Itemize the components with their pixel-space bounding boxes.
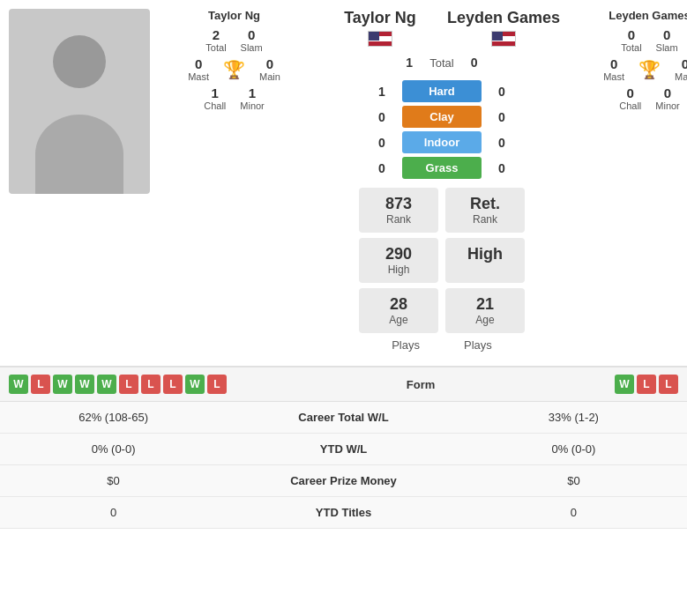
hard-badge: Hard <box>402 80 482 102</box>
p1-indoor-score: 0 <box>369 136 395 150</box>
player1-chall-label: Chall <box>204 100 226 111</box>
player1-stats: Taylor Ng 2 Total 0 Slam 0 Mast 🏆 0 Main <box>157 9 311 352</box>
stat-p2-value: $0 <box>469 474 678 487</box>
player1-total-label: Total <box>205 42 226 53</box>
p2-hard-score: 0 <box>489 85 515 99</box>
p2-clay-score: 0 <box>489 110 515 124</box>
grass-badge: Grass <box>402 157 482 179</box>
player1-minor-value: 1 <box>240 85 265 100</box>
p2-total-score: 0 <box>461 56 488 70</box>
player1-form-badges: WLWWWLLLWL <box>9 375 227 394</box>
stat-p2-value: 0% (0-0) <box>469 442 678 456</box>
stat-label: YTD W/L <box>218 442 469 456</box>
player2-card-name: Leyden Games <box>609 9 687 22</box>
stat-p2-value: 33% (1-2) <box>469 411 678 424</box>
player1-high-label: High <box>370 263 428 276</box>
player2-chall-label: Chall <box>619 100 641 111</box>
form-badge-p2: L <box>659 375 678 394</box>
player1-main-value: 0 <box>259 56 280 71</box>
player2-slam-label: Slam <box>656 42 678 53</box>
player1-minor-label: Minor <box>240 100 265 111</box>
player1-plays-label: Plays <box>392 338 420 352</box>
form-row: WLWWWLLLWL Form WLL <box>0 367 687 402</box>
stat-p1-value: 62% (108-65) <box>9 411 218 424</box>
p1-grass-score: 0 <box>369 161 395 175</box>
player2-minor-label: Minor <box>655 100 680 111</box>
form-badge-p1: L <box>207 375 227 394</box>
trophy-icon-right: 🏆 <box>638 61 661 78</box>
trophy-icon-left: 🏆 <box>223 61 245 78</box>
player2-age-value: 21 <box>456 295 514 314</box>
player2-age-box: 21 Age <box>445 288 525 333</box>
p1-clay-score: 0 <box>369 110 395 124</box>
stat-label: Career Prize Money <box>218 474 469 487</box>
player2-chall-value: 0 <box>619 85 641 100</box>
form-badge-p1: L <box>119 375 138 394</box>
p1-hard-score: 1 <box>369 85 395 99</box>
p2-indoor-score: 0 <box>489 136 515 150</box>
clay-badge: Clay <box>402 106 482 128</box>
player2-rank-box: Ret. Rank <box>445 188 525 233</box>
player1-slam-label: Slam <box>241 42 263 53</box>
player1-age-label: Age <box>370 314 428 326</box>
form-badge-p2: W <box>615 375 634 394</box>
player1-mast-label: Mast <box>188 71 209 82</box>
player2-total-label: Total <box>621 42 641 53</box>
form-badge-p1: W <box>75 375 94 394</box>
total-label: Total <box>429 56 453 70</box>
player2-main-label: Main <box>675 71 687 82</box>
player1-rank-box: 873 Rank <box>359 188 438 233</box>
player2-name: Leyden Games <box>442 9 565 27</box>
indoor-badge: Indoor <box>402 131 482 153</box>
player1-high-value: 290 <box>370 245 428 263</box>
form-badge-p1: L <box>31 375 50 394</box>
form-badge-p1: W <box>53 375 72 394</box>
player1-rank-value: 873 <box>370 195 428 213</box>
form-badge-p1: W <box>185 375 205 394</box>
player2-total-value: 0 <box>621 27 641 42</box>
form-label: Form <box>227 378 615 391</box>
stat-label: YTD Titles <box>218 506 469 519</box>
form-badge-p1: L <box>141 375 161 394</box>
form-badge-p1: W <box>97 375 116 394</box>
stat-p1-value: 0 <box>9 506 218 519</box>
player2-form-badges: WLL <box>615 375 678 394</box>
player2-high-box: High <box>445 238 525 283</box>
player1-age-box: 28 Age <box>359 288 438 333</box>
player1-card-name: Taylor Ng <box>208 9 260 22</box>
stats-row: 62% (108-65) Career Total W/L 33% (1-2) <box>0 402 687 434</box>
stat-p1-value: $0 <box>9 474 218 487</box>
p2-grass-score: 0 <box>489 161 515 175</box>
stats-row: $0 Career Prize Money $0 <box>0 465 687 497</box>
player1-rank-label: Rank <box>370 213 428 226</box>
player1-high-box: 290 High <box>359 238 438 283</box>
player2-slam-value: 0 <box>656 27 678 42</box>
form-badge-p2: L <box>637 375 656 394</box>
player2-stats: Leyden Games 0 Total 0 Slam 0 Mast 🏆 0 M… <box>572 9 687 352</box>
player1-photo <box>9 9 150 194</box>
player2-flag <box>491 31 516 47</box>
player1-slam-value: 0 <box>241 27 263 42</box>
player1-flag <box>368 31 392 47</box>
p1-total-score: 1 <box>396 56 422 70</box>
player2-rank-value: Ret. <box>456 195 514 213</box>
form-badge-p1: L <box>163 375 183 394</box>
player2-plays-label: Plays <box>464 338 492 352</box>
player1-name: Taylor Ng <box>318 9 442 27</box>
player1-main-label: Main <box>259 71 280 82</box>
player2-mast-label: Mast <box>603 71 624 82</box>
player2-mast-value: 0 <box>603 56 624 71</box>
form-badge-p1: W <box>9 375 28 394</box>
player2-rank-label: Rank <box>456 213 514 226</box>
bottom-section: WLWWWLLLWL Form WLL 62% (108-65) Career … <box>0 366 687 529</box>
player2-main-value: 0 <box>675 56 687 71</box>
stats-row: 0% (0-0) YTD W/L 0% (0-0) <box>0 434 687 465</box>
stat-p2-value: 0 <box>469 506 678 519</box>
player2-minor-value: 0 <box>655 85 680 100</box>
player2-age-label: Age <box>456 314 514 326</box>
player1-mast-value: 0 <box>188 56 209 71</box>
stat-label: Career Total W/L <box>218 411 469 424</box>
center-column: Taylor Ng Leyden Games 1 Total 0 1 Hard … <box>318 9 565 352</box>
stat-p1-value: 0% (0-0) <box>9 442 218 456</box>
player1-total-value: 2 <box>205 27 226 42</box>
